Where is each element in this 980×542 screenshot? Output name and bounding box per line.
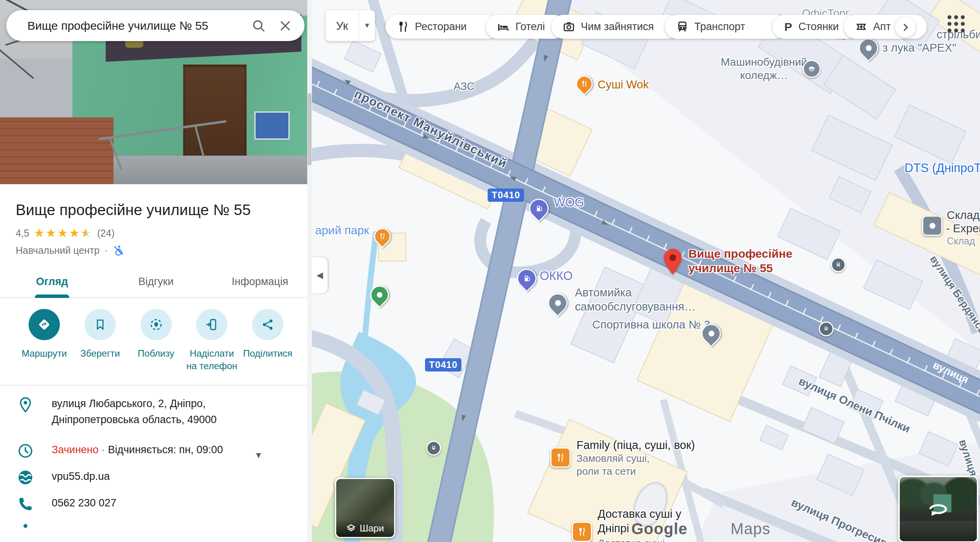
poi-label-sklad-line2: - Exper <box>946 222 980 235</box>
search-input[interactable]: Вище професійне училище № 55 <box>27 19 251 32</box>
close-icon[interactable] <box>278 18 293 33</box>
chip-restaurants[interactable]: Ресторани <box>386 15 500 39</box>
nearby-button[interactable]: Поблизу <box>131 309 182 372</box>
chevron-right-icon <box>901 23 910 32</box>
search-icon[interactable] <box>251 18 266 33</box>
road-shield-t0410: Т0410 <box>488 188 524 202</box>
next-row-hint-dot <box>23 524 27 528</box>
poi-pin-archery[interactable] <box>859 38 878 58</box>
share-button[interactable]: Поділитися <box>242 309 293 372</box>
rating-value: 4,5 <box>16 228 29 239</box>
poi-pin-sport-school[interactable] <box>701 324 721 343</box>
action-buttons: Маршрути Зберегти <box>0 298 312 375</box>
tab-reviews[interactable]: Відгуки <box>104 270 208 297</box>
sklad-square-marker[interactable] <box>922 215 942 236</box>
tab-about[interactable]: Інформація <box>208 270 312 297</box>
star-rating: ★★★★★ ★★★★★ <box>34 227 92 239</box>
college-pin[interactable] <box>803 60 821 78</box>
chip-label: Апт <box>873 21 891 33</box>
google-apps-grid-icon[interactable] <box>948 15 965 32</box>
open-status: Зачинено <box>52 444 99 456</box>
rotate-view-icon <box>927 501 949 517</box>
layers-icon <box>346 524 356 533</box>
graduation-cap-icon <box>808 65 816 73</box>
collapse-panel-button[interactable]: ◀ <box>312 257 328 293</box>
poi-label-sklad-line3: Склад <box>947 235 975 247</box>
chip-things-to-do[interactable]: Чим зайнятися <box>551 15 680 39</box>
poi-label-family[interactable]: Family (піца, суші, вок) Замовляй суші, … <box>576 439 695 477</box>
phone-row[interactable]: 0562 230 027 <box>0 490 312 522</box>
chip-scroll-right-button[interactable] <box>895 17 916 38</box>
scrollbar-thumb[interactable] <box>308 93 312 165</box>
transit-stop-icon[interactable] <box>831 257 846 272</box>
red-map-pin-icon <box>664 249 682 275</box>
address-row[interactable]: вулиця Любарського, 2, Дніпро, Дніпропет… <box>0 386 312 437</box>
no-wheelchair-access-icon <box>112 244 124 256</box>
website-link[interactable]: vpu55.dp.ua <box>52 470 110 482</box>
transit-stop-icon[interactable] <box>819 321 834 336</box>
category-chipbar: Ресторани Готелі Чим зайнятися Транспорт… <box>312 15 980 39</box>
google-logo-text: Google <box>631 520 688 537</box>
chip-label: Транспорт <box>694 21 745 33</box>
send-to-phone-button[interactable]: Надіслатина телефон <box>186 309 237 372</box>
map-canvas[interactable]: проспект Мануйлівський вулиця Бердянська… <box>312 0 980 542</box>
chevron-left-icon: ◀ <box>317 270 323 280</box>
category-row: Навчальний центр · <box>16 244 296 256</box>
nearby-icon <box>149 318 163 332</box>
save-button[interactable]: Зберегти <box>75 309 126 372</box>
college-line2: коледж… <box>740 69 788 81</box>
fuel-pin-wog[interactable] <box>529 199 549 218</box>
fuel-pin-okko[interactable] <box>517 269 537 288</box>
restaurant-pin-park[interactable] <box>374 228 391 245</box>
chip-label: Готелі <box>515 21 545 33</box>
family-square-marker[interactable] <box>550 447 571 468</box>
poi-label-wog[interactable]: WOG <box>554 196 584 210</box>
chip-label: Ресторани <box>415 21 467 33</box>
poi-pin-carwash[interactable] <box>548 293 567 313</box>
poi-label-okko[interactable]: ОККО <box>540 269 573 283</box>
delivery-square-marker[interactable] <box>572 522 592 542</box>
place-title: Вище професійне училище № 55 <box>0 184 312 219</box>
chip-transit[interactable]: Транспорт <box>665 15 787 39</box>
poi-label-college: Машинобудівний коледж… <box>711 56 817 82</box>
share-icon <box>261 318 274 331</box>
layers-button[interactable]: Шари <box>335 478 395 538</box>
parking-icon: P <box>784 20 792 34</box>
phone-number[interactable]: 0562 230 027 <box>52 497 116 509</box>
poi-label-carwash[interactable]: Автомийка самообслуговування… <box>575 285 695 314</box>
park-pin[interactable] <box>370 285 389 304</box>
star-rating-filled: ★★★★★ <box>34 227 87 239</box>
destination-pin[interactable] <box>664 249 682 276</box>
poi-label-sushi-wok[interactable]: Суші Wok <box>598 78 649 91</box>
expand-hours-chevron-icon[interactable]: ▾ <box>256 449 261 461</box>
transit-stop-icon[interactable] <box>426 441 441 456</box>
fuel-pump-icon <box>535 205 543 212</box>
family-title: Family (піца, суші, вок) <box>576 439 695 451</box>
clock-icon <box>17 443 34 459</box>
poi-label-azs: АЗС <box>454 81 474 93</box>
location-pin-icon <box>17 397 34 413</box>
google-maps-app: проспект Мануйлівський вулиця Бердянська… <box>0 0 980 542</box>
bookmark-icon <box>94 318 107 331</box>
street-view-thumbnail[interactable] <box>898 476 978 542</box>
tab-overview[interactable]: Огляд <box>0 270 104 297</box>
poi-label-dts[interactable]: DTS (ДніпроТе <box>904 161 980 175</box>
place-category[interactable]: Навчальний центр <box>16 245 99 256</box>
sidebar-scrollbar[interactable] <box>307 0 312 542</box>
restaurant-icon <box>397 21 409 32</box>
website-row[interactable]: vpu55.dp.ua <box>0 464 312 490</box>
review-count[interactable]: (24) <box>97 228 114 239</box>
chip-label: Стоянки <box>798 21 839 33</box>
fork-knife-icon <box>581 81 588 87</box>
search-box[interactable]: Вище професійне училище № 55 <box>6 10 304 41</box>
fork-knife-icon <box>578 528 586 536</box>
layers-label: Шари <box>360 523 384 534</box>
hours-row[interactable]: Зачинено · Відчиняється: пн, 09:00 ▾ <box>0 437 312 464</box>
poi-label-sport-school[interactable]: Спортивна школа № 3 <box>592 318 710 331</box>
rating-row[interactable]: 4,5 ★★★★★ ★★★★★ (24) <box>16 227 296 239</box>
target-place-label[interactable]: Вище професійне училище № 55 <box>688 246 793 275</box>
directions-button[interactable]: Маршрути <box>19 309 70 372</box>
family-sub1: Замовляй суші, <box>576 452 650 464</box>
poi-label-archery-line2: з лука "APEX" <box>883 41 956 54</box>
restaurant-pin-sushi-wok[interactable] <box>576 75 593 92</box>
